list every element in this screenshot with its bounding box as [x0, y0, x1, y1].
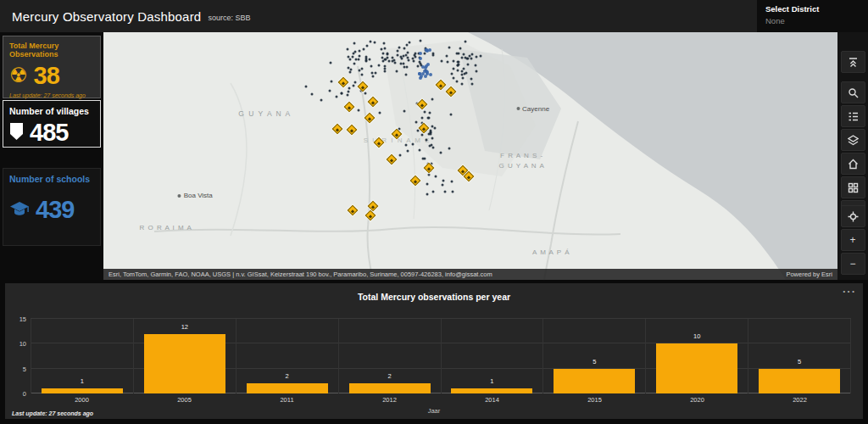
bar[interactable]	[554, 369, 635, 393]
bar[interactable]	[656, 343, 737, 393]
observation-dot	[414, 56, 416, 59]
stat-observations-value: 38	[34, 62, 59, 90]
observation-dot	[364, 59, 367, 62]
observation-dot	[408, 59, 410, 61]
expand-up-icon[interactable]	[841, 51, 865, 73]
observation-dot	[470, 57, 472, 59]
home-icon[interactable]	[841, 153, 865, 175]
district-selector[interactable]: Select District None	[757, 0, 868, 34]
page-subtitle: source: SBB	[208, 14, 250, 22]
observation-dot	[404, 73, 407, 75]
observation-dot	[405, 144, 408, 147]
bar[interactable]	[247, 383, 328, 393]
observation-dot	[453, 67, 455, 70]
basemap-gallery-icon[interactable]	[841, 176, 865, 198]
chart-slot: 2	[339, 319, 442, 393]
observation-dot	[375, 72, 377, 75]
y-tick-label: 0	[23, 390, 26, 398]
legend-icon[interactable]	[841, 105, 865, 127]
bar[interactable]	[42, 388, 123, 393]
observation-dot	[448, 46, 450, 48]
village-icon	[9, 122, 24, 144]
observation-dot	[329, 61, 331, 64]
observation-dot	[409, 41, 411, 43]
village-dot	[426, 72, 429, 75]
observation-dot	[364, 56, 367, 59]
observation-dot	[347, 90, 349, 92]
bar-value-label: 2	[339, 372, 441, 380]
observation-dot	[373, 42, 376, 44]
village-dot	[419, 52, 422, 55]
layers-icon[interactable]	[841, 129, 865, 151]
chart-slots: 1122215105	[31, 319, 851, 393]
observation-dot	[467, 63, 470, 65]
village-dot	[421, 72, 425, 75]
observation-dot	[415, 120, 418, 123]
observation-dot	[423, 110, 426, 113]
header: Mercury Observatory Dashboard source: SB…	[0, 0, 868, 32]
observation-dot	[386, 52, 388, 54]
observation-dot	[403, 109, 406, 112]
x-tick-label: 2015	[543, 396, 646, 404]
observation-dot	[426, 117, 429, 120]
observation-dot	[448, 147, 450, 149]
observation-dot	[365, 44, 368, 47]
observation-dot	[353, 81, 356, 84]
observation-dot	[388, 59, 391, 62]
map-controls: « + −	[837, 32, 868, 280]
stat-observations-title: Total Mercury Observations	[9, 42, 94, 59]
bar[interactable]	[144, 334, 225, 393]
observation-dot	[465, 72, 468, 75]
stat-card-observations: Total Mercury Observations ☢ 38 Last upd…	[3, 36, 101, 98]
observation-dot	[459, 47, 461, 50]
observation-dot	[418, 148, 420, 151]
radiation-icon: ☢	[9, 65, 28, 86]
dashboard: Mercury Observatory Dashboard source: SB…	[0, 0, 868, 424]
map[interactable]: G U Y A N AS U R I N A M EF R A N S - G …	[103, 32, 837, 280]
observation-dot	[357, 58, 359, 60]
bar[interactable]	[759, 369, 840, 393]
observation-dot	[346, 94, 348, 97]
observation-dot	[435, 175, 437, 177]
observation-dot	[431, 98, 433, 100]
observation-dot	[455, 81, 458, 83]
observation-dot	[383, 58, 386, 60]
observation-dot	[380, 48, 382, 51]
observation-dot	[423, 52, 426, 54]
bar[interactable]	[451, 388, 532, 393]
observation-dot	[422, 157, 425, 159]
observation-dot	[457, 53, 459, 55]
observation-dot	[432, 146, 435, 148]
observation-dot	[358, 50, 360, 53]
observation-dot	[328, 89, 331, 92]
observation-dot	[405, 53, 408, 56]
observation-dot	[460, 83, 463, 86]
zoom-in-icon[interactable]: +	[841, 229, 865, 251]
stat-schools-title: Number of schools	[9, 174, 94, 184]
observation-dot	[439, 152, 442, 154]
bar-value-label: 2	[236, 372, 338, 380]
zoom-out-icon[interactable]: −	[841, 253, 865, 275]
x-tick-label: 2020	[646, 396, 748, 404]
observation-dot	[456, 69, 459, 71]
chart-menu-icon[interactable]: ···	[843, 285, 856, 298]
village-dot	[429, 73, 432, 76]
stat-villages-value: 485	[30, 119, 68, 147]
observation-dot	[377, 64, 380, 66]
observation-dot	[414, 53, 416, 55]
village-dot	[425, 64, 428, 68]
district-selector-value[interactable]: None	[765, 16, 860, 25]
observation-dot	[429, 145, 431, 148]
x-tick-label: 2011	[236, 396, 338, 404]
locate-icon[interactable]	[841, 205, 865, 227]
observation-dot	[405, 66, 408, 69]
bar[interactable]	[349, 383, 431, 393]
observation-dot	[362, 47, 364, 50]
observation-dot	[431, 190, 434, 192]
observation-dot	[461, 57, 464, 59]
observation-dot	[451, 72, 453, 75]
observation-dot	[406, 149, 409, 152]
observation-dot	[383, 42, 386, 45]
observation-dot	[370, 65, 373, 68]
search-icon[interactable]	[841, 81, 865, 103]
